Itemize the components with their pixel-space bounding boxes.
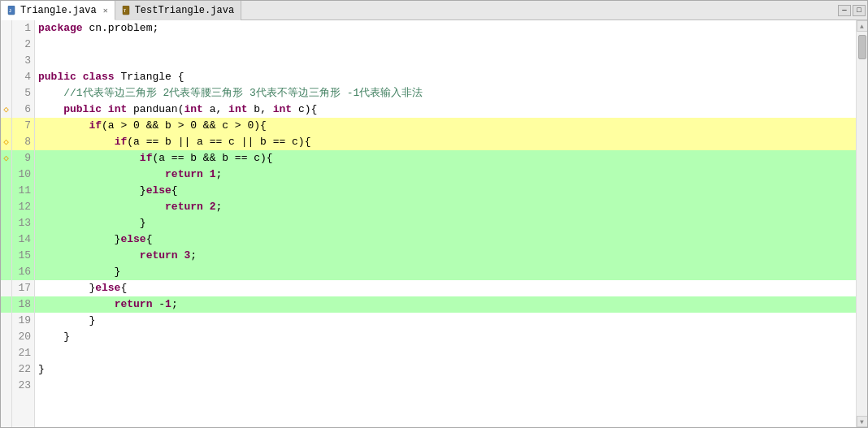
line-number: 10: [12, 166, 34, 183]
code-area[interactable]: package cn.problem;public class Triangle…: [35, 20, 856, 427]
scrollbar-thumb[interactable]: [858, 35, 866, 59]
tab-test-triangle-java[interactable]: T TestTriangle.java: [115, 1, 241, 20]
line-number: 12: [12, 199, 34, 215]
code-line: if(a == b && b == c){: [35, 150, 856, 166]
code-line: [35, 378, 856, 394]
svg-text:T: T: [124, 8, 126, 13]
gutter-row: [1, 69, 11, 85]
code-line: [35, 345, 856, 361]
gutter-row: ◇: [1, 102, 11, 118]
line-number: 17: [12, 280, 34, 296]
code-line: public class Triangle {: [35, 69, 856, 85]
code-line: [35, 37, 856, 53]
code-line: public int panduan(int a, int b, int c){: [35, 102, 856, 118]
gutter-row: [1, 280, 11, 296]
left-gutter: ◇◇◇: [1, 20, 12, 427]
line-number: 21: [12, 345, 34, 361]
code-line: }: [35, 215, 856, 231]
line-number: 7: [12, 118, 34, 134]
editor-container: J Triangle.java ✕ T TestTriangle.java ─ …: [0, 0, 868, 428]
code-line: }else{: [35, 231, 856, 248]
line-number: 8: [12, 134, 34, 150]
tab-triangle-close[interactable]: ✕: [103, 6, 108, 15]
vertical-scrollbar[interactable]: ▲ ▼: [856, 20, 867, 427]
gutter-row: [1, 345, 11, 361]
editor-main: ◇◇◇ 123456789101112131415161718192021222…: [1, 20, 867, 427]
code-line: }: [35, 361, 856, 378]
code-line: return 3;: [35, 248, 856, 264]
line-number: 18: [12, 296, 34, 313]
java-test-file-icon: T: [122, 6, 132, 15]
line-number: 4: [12, 69, 34, 85]
code-line: return 2;: [35, 199, 856, 215]
gutter-row: [1, 53, 11, 69]
tab-triangle-label: Triangle.java: [20, 5, 97, 16]
tab-triangle-java[interactable]: J Triangle.java ✕: [1, 1, 115, 20]
line-number: 22: [12, 361, 34, 378]
code-line: //1代表等边三角形 2代表等腰三角形 3代表不等边三角形 -1代表输入非法: [35, 85, 856, 102]
line-number: 9: [12, 150, 34, 166]
tab-test-label: TestTriangle.java: [135, 5, 234, 16]
code-line: }: [35, 313, 856, 329]
code-line: }: [35, 329, 856, 345]
gutter-row: [1, 231, 11, 248]
gutter-row: [1, 85, 11, 102]
gutter-row: [1, 37, 11, 53]
gutter-row: ◇: [1, 134, 11, 150]
scroll-up-button[interactable]: ▲: [857, 20, 868, 32]
code-line: }else{: [35, 280, 856, 296]
gutter-row: [1, 296, 11, 313]
gutter-row: [1, 118, 11, 134]
gutter-row: ◇: [1, 150, 11, 166]
line-number: 14: [12, 231, 34, 248]
minimize-button[interactable]: ─: [838, 5, 851, 16]
line-number: 11: [12, 183, 34, 199]
gutter-row: [1, 264, 11, 280]
code-line: }: [35, 264, 856, 280]
code-line: if(a > 0 && b > 0 && c > 0){: [35, 118, 856, 134]
gutter-row: [1, 215, 11, 231]
code-line: if(a == b || a == c || b == c){: [35, 134, 856, 150]
scroll-down-button[interactable]: ▼: [857, 416, 868, 427]
code-line: package cn.problem;: [35, 20, 856, 37]
line-number: 3: [12, 53, 34, 69]
line-numbers: 1234567891011121314151617181920212223: [12, 20, 35, 427]
code-line: return 1;: [35, 166, 856, 183]
gutter-row: [1, 329, 11, 345]
gutter-row: [1, 248, 11, 264]
line-number: 15: [12, 248, 34, 264]
gutter-row: [1, 183, 11, 199]
line-number: 13: [12, 215, 34, 231]
java-file-icon: J: [7, 6, 17, 15]
code-line: return -1;: [35, 296, 856, 313]
tab-bar: J Triangle.java ✕ T TestTriangle.java ─ …: [1, 1, 867, 20]
code-line: }else{: [35, 183, 856, 199]
line-number: 23: [12, 378, 34, 394]
svg-text:J: J: [9, 8, 11, 13]
line-number: 19: [12, 313, 34, 329]
code-line: [35, 53, 856, 69]
gutter-row: [1, 313, 11, 329]
line-number: 6: [12, 102, 34, 118]
line-number: 5: [12, 85, 34, 102]
gutter-row: [1, 199, 11, 215]
line-number: 1: [12, 20, 34, 37]
line-number: 20: [12, 329, 34, 345]
line-number: 16: [12, 264, 34, 280]
gutter-row: [1, 361, 11, 378]
gutter-row: [1, 20, 11, 37]
gutter-row: [1, 378, 11, 394]
gutter-row: [1, 166, 11, 183]
line-number: 2: [12, 37, 34, 53]
maximize-button[interactable]: □: [853, 5, 866, 16]
